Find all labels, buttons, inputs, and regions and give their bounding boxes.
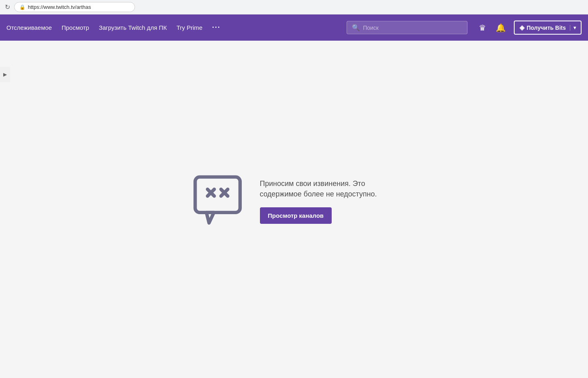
nav-prime[interactable]: Try Prime xyxy=(177,23,202,33)
navbar: Отслеживаемое Просмотр Загрузить Twitch … xyxy=(0,14,588,41)
main-content: ▶ Приносим свои извинения. Это содержимо… xyxy=(0,41,588,378)
search-input[interactable] xyxy=(363,25,462,31)
notification-bell-icon[interactable]: 🔔 xyxy=(494,21,507,34)
get-bits-button[interactable]: ◈ Получить Bits ▾ xyxy=(514,21,582,35)
address-bar[interactable]: 🔒 https://www.twitch.tv/arthas xyxy=(14,2,135,12)
nav-icons: ♛ 🔔 ◈ Получить Bits ▾ xyxy=(477,21,582,35)
nav-more-button[interactable]: ··· xyxy=(212,23,220,32)
nav-download[interactable]: Загрузить Twitch для ПК xyxy=(99,23,167,33)
dropdown-arrow-icon: ▾ xyxy=(570,25,576,31)
crown-icon[interactable]: ♛ xyxy=(477,21,488,34)
svg-rect-0 xyxy=(195,177,240,213)
lock-icon: 🔒 xyxy=(19,4,25,10)
nav-browse[interactable]: Просмотр xyxy=(62,23,89,33)
svg-marker-1 xyxy=(206,213,214,223)
browse-channels-button[interactable]: Просмотр каналов xyxy=(260,207,332,224)
error-text-area: Приносим свои извинения. Это содержимое … xyxy=(260,179,397,223)
error-message: Приносим свои извинения. Это содержимое … xyxy=(260,179,397,199)
sidebar-toggle-button[interactable]: ▶ xyxy=(0,67,10,82)
chevron-right-icon: ▶ xyxy=(3,72,7,77)
nav-following[interactable]: Отслеживаемое xyxy=(6,23,52,33)
browser-chrome: ↻ 🔒 https://www.twitch.tv/arthas xyxy=(0,0,588,14)
error-section: Приносим свои извинения. Это содержимое … xyxy=(191,175,397,227)
error-chat-icon xyxy=(191,175,244,227)
search-bar[interactable]: 🔍 xyxy=(347,21,467,34)
url-text: https://www.twitch.tv/arthas xyxy=(28,4,91,10)
reload-button[interactable]: ↻ xyxy=(5,3,10,11)
get-bits-label: Получить Bits xyxy=(527,25,566,31)
search-icon: 🔍 xyxy=(352,24,360,31)
bits-gem-icon: ◈ xyxy=(519,24,524,31)
